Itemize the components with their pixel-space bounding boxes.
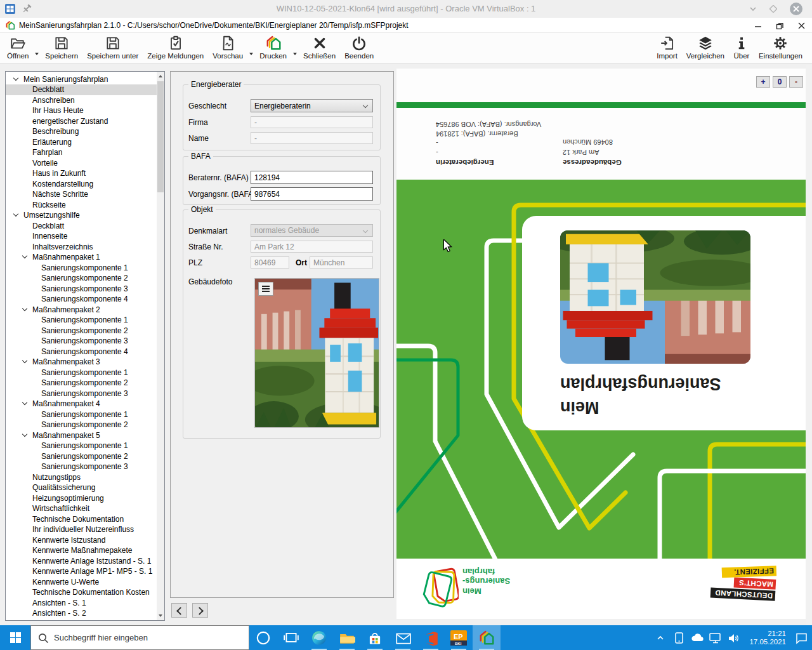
vorgangsnr-field[interactable] [251, 187, 373, 201]
tree-item-ihr-individueller-nutzereinfluss[interactable]: Ihr individueller Nutzereinfluss [6, 524, 157, 535]
tree-item-ansichten-s-1[interactable]: Ansichten - S. 1 [6, 597, 157, 608]
chevron-down-icon[interactable] [22, 307, 29, 313]
taskbar-clock[interactable]: 21:21 17.05.2021 [745, 630, 790, 646]
taskbar-app-edge[interactable] [305, 625, 333, 650]
toolbar-button-öffnen[interactable]: Öffnen [3, 33, 33, 61]
zoom-out-button[interactable]: - [789, 76, 803, 88]
tree-item-innenseite[interactable]: Innenseite [6, 231, 157, 242]
chevron-down-icon[interactable] [22, 359, 29, 365]
ort-field[interactable] [310, 256, 373, 269]
tree-item-kennwerte-maßnahmepakete[interactable]: Kennwerte Maßnahmepakete [6, 545, 157, 556]
toolbar-button-beenden[interactable]: Beenden [340, 33, 378, 61]
taskbar-app-ep-bki[interactable] [445, 625, 473, 650]
tree-item-technische-dokumentation[interactable]: Technische Dokumentation [6, 514, 157, 524]
tree-item-energetischer-zustand[interactable]: energetischer Zustand [6, 116, 157, 126]
tray-device-icon[interactable] [672, 630, 686, 646]
tree-item-sanierungskomponente-2[interactable]: Sanierungskomponente 2 [6, 325, 157, 336]
tree-item-sanierungskomponente-4[interactable]: Sanierungskomponente 4 [6, 346, 157, 357]
tree-item-sanierungskomponente-1[interactable]: Sanierungskomponente 1 [6, 409, 157, 420]
close-button[interactable] [790, 19, 812, 32]
tree-item-deckblatt[interactable]: Deckblatt [6, 220, 157, 231]
geschlecht-select[interactable]: Energieberaterin [251, 99, 373, 112]
toolbar-button-drucken[interactable]: Drucken [255, 33, 291, 61]
tree-item-inhaltsverzeichnis[interactable]: Inhaltsverzeichnis [6, 241, 157, 252]
tree-item-umsetzungshilfe[interactable]: Umsetzungshilfe [6, 210, 157, 221]
toolbar-button-speichern-unter[interactable]: Speichern unter [82, 33, 143, 61]
tree-item-ihr-haus-heute[interactable]: Ihr Haus Heute [6, 105, 157, 116]
plz-field[interactable] [251, 256, 289, 269]
start-button[interactable] [0, 625, 30, 650]
toolbar-button-speichern[interactable]: Speichern [41, 33, 82, 61]
tray-network-icon[interactable] [709, 630, 723, 646]
denkmalart-select[interactable]: normales Gebäude [251, 224, 373, 237]
tree-item-sanierungskomponente-3[interactable]: Sanierungskomponente 3 [6, 283, 157, 294]
tree-item-sanierungskomponente-1[interactable]: Sanierungskomponente 1 [6, 262, 157, 273]
tree-item-sanierungskomponente-2[interactable]: Sanierungskomponente 2 [6, 273, 157, 284]
toolbar-button-vergleichen[interactable]: Vergleichen [682, 33, 729, 60]
tree-item-kostendarstellung[interactable]: Kostendarstellung [6, 178, 157, 189]
tree-item-beschreibung[interactable]: Beschreibung [6, 126, 157, 137]
minimize-button[interactable] [747, 19, 769, 32]
tree-item-nutzungstipps[interactable]: Nutzungstipps [6, 472, 157, 482]
toolbar-button-schließen[interactable]: Schließen [299, 33, 340, 61]
chevron-down-icon[interactable] [13, 76, 20, 83]
scroll-up-arrow-icon[interactable] [157, 72, 164, 81]
tree-item-kennwerte-u-werte[interactable]: Kennwerte U-Werte [6, 576, 157, 587]
tree-item-sanierungskomponente-3[interactable]: Sanierungskomponente 3 [6, 388, 157, 399]
tray-chevron-up-icon[interactable] [653, 630, 667, 646]
tree-item-sanierungskomponente-1[interactable]: Sanierungskomponente 1 [6, 367, 157, 378]
tree-item-maßnahmenpaket-1[interactable]: Maßnahmenpaket 1 [6, 252, 157, 263]
vm-chevron-down-icon[interactable] [745, 3, 761, 15]
toolbar-dropdown-öffnen[interactable] [33, 33, 41, 61]
tray-onedrive-cloud-icon[interactable] [690, 630, 704, 646]
tree-item-vorteile[interactable]: Vorteile [6, 157, 157, 168]
tree-item-kennwerte-anlage-istzustand-s-1[interactable]: Kennwerte Anlage Istzustand - S. 1 [6, 555, 157, 566]
tree-item-ansichten-s-2[interactable]: Ansichten - S. 2 [6, 608, 157, 619]
toolbar-dropdown-vorschau[interactable] [247, 33, 255, 61]
gebaeudefoto-image[interactable] [254, 278, 379, 428]
vm-restore-icon[interactable] [765, 3, 782, 15]
zoom-reset-button[interactable]: 0 [773, 76, 787, 88]
tree-item-wirtschaftlichkeit[interactable]: Wirtschaftlichkeit [6, 503, 157, 514]
tree-item-mein-sanierungsfahrplan[interactable]: Mein Sanierungsfahrplan [6, 74, 157, 84]
toolbar-dropdown-drucken[interactable] [291, 33, 299, 61]
restore-button[interactable] [769, 19, 790, 32]
tree-item-sanierungskomponente-2[interactable]: Sanierungskomponente 2 [6, 378, 157, 388]
chevron-down-icon[interactable] [22, 432, 29, 439]
tree-item-kennwerte-istzustand[interactable]: Kennwerte Istzustand [6, 534, 157, 545]
photo-menu-button[interactable] [258, 282, 273, 296]
firma-field[interactable] [251, 116, 373, 128]
tree-item-erläuterung[interactable]: Erläuterung [6, 136, 157, 147]
tree-item-sanierungskomponente-2[interactable]: Sanierungskomponente 2 [6, 420, 157, 430]
taskbar-app-store[interactable] [361, 625, 389, 650]
toolbar-button-zeige-meldungen[interactable]: Zeige Meldungen [143, 33, 208, 61]
tree-item-sanierungskomponente-3[interactable]: Sanierungskomponente 3 [6, 336, 157, 347]
toolbar-button-import[interactable]: Import [652, 33, 682, 60]
tree-scrollbar[interactable] [157, 72, 164, 620]
strasse-field[interactable] [251, 241, 373, 253]
tree-item-maßnahmenpaket-3[interactable]: Maßnahmenpaket 3 [6, 357, 157, 368]
tree-item-maßnahmenpaket-5[interactable]: Maßnahmenpaket 5 [6, 430, 157, 441]
tree-item-sanierungskomponente-2[interactable]: Sanierungskomponente 2 [6, 451, 157, 461]
toolbar-button-vorschau[interactable]: Vorschau [208, 33, 247, 61]
preview-scroll-area[interactable] [806, 65, 812, 625]
tree-item-nächste-schritte[interactable]: Nächste Schritte [6, 189, 157, 200]
tree-item-maßnahmenpaket-2[interactable]: Maßnahmenpaket 2 [6, 304, 157, 315]
tray-volume-icon[interactable] [727, 630, 741, 646]
taskbar-app-cortana[interactable] [249, 625, 277, 650]
prev-page-button[interactable] [171, 603, 187, 618]
tree-item-fahrplan[interactable]: Fahrplan [6, 147, 157, 158]
tree-item-deckblatt[interactable]: Deckblatt [6, 84, 157, 95]
chevron-down-icon[interactable] [22, 401, 29, 407]
taskbar-app-mail[interactable] [389, 625, 417, 650]
toolbar-button-einstellungen[interactable]: Einstellungen [754, 33, 807, 60]
taskbar-app-msfp-house[interactable] [473, 625, 501, 650]
tree-item-qualitätssicherung[interactable]: Qualitätssicherung [6, 482, 157, 493]
taskbar-app-file-explorer[interactable] [333, 625, 361, 650]
taskbar-app-office[interactable] [417, 625, 445, 650]
tree-item-anschreiben[interactable]: Anschreiben [6, 95, 157, 105]
taskbar-app-task-view[interactable] [277, 625, 305, 650]
zoom-in-button[interactable]: + [756, 76, 770, 88]
toolbar-button-über[interactable]: Über [729, 33, 754, 60]
scrollbar-thumb[interactable] [157, 81, 164, 192]
